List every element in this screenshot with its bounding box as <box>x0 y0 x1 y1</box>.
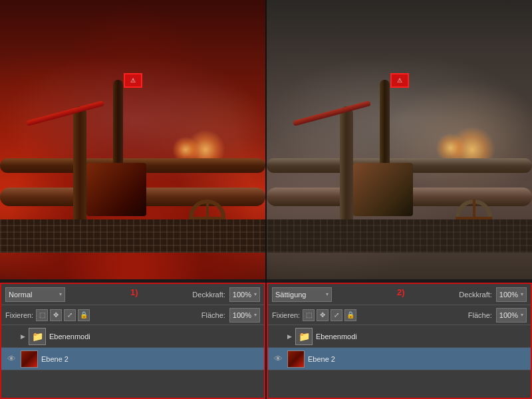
left-blend-mode-label: Normal <box>9 291 32 299</box>
right-layer-panel: Sättigung ▾ Deckkraft: 100% ▾ Fixieren: … <box>267 283 532 399</box>
right-flaeche-label: Fläche: <box>468 311 492 319</box>
left-blend-dropdown-arrow: ▾ <box>59 291 62 297</box>
left-lock-pos-btn[interactable]: ✥ <box>50 309 62 321</box>
left-flaeche-value[interactable]: 100% ▾ <box>229 308 260 323</box>
left-lock-move-btn[interactable]: ⤢ <box>64 309 76 321</box>
right-bg-scene <box>267 0 532 279</box>
left-lock-icons: ⬚ ✥ ⤢ 🔒 <box>36 309 90 321</box>
right-ebene2-thumb-inner <box>288 351 304 367</box>
right-fixieren-label: Fixieren: <box>272 311 300 319</box>
right-blend-dropdown-arrow: ▾ <box>326 291 329 297</box>
right-opacity-value[interactable]: 100% ▾ <box>496 287 527 302</box>
right-flaeche-arrow: ▾ <box>521 312 523 318</box>
right-folder-icon: 📁 <box>299 331 310 342</box>
right-group-name: Ebenenmodi <box>316 332 527 340</box>
left-eye-ebene2[interactable]: 👁 <box>5 353 17 365</box>
right-grating <box>267 219 532 253</box>
left-lock-pixel-btn[interactable]: ⬚ <box>36 309 48 321</box>
left-layer-group[interactable]: ▶ 📁 Ebenenmodi <box>1 325 264 348</box>
left-fixieren-label: Fixieren: <box>5 311 33 319</box>
right-fixieren-row: Fixieren: ⬚ ✥ ⤢ 🔒 Fläche: 100% ▾ <box>268 305 531 325</box>
left-flaeche-label: Fläche: <box>201 311 225 319</box>
left-ebene2-name: Ebene 2 <box>41 355 260 363</box>
left-opacity-arrow: ▾ <box>254 291 257 297</box>
left-valve-body <box>86 163 146 216</box>
right-group-thumb: 📁 <box>295 328 313 345</box>
left-layer-panel: Normal ▾ Deckkraft: 100% ▾ Fixieren: ⬚ ✥… <box>0 283 265 399</box>
right-panel: Sättigung ▾ Deckkraft: 100% ▾ Fixieren: … <box>267 0 532 399</box>
left-opacity-value[interactable]: 100% ▾ <box>229 287 260 302</box>
left-ebene2-thumb <box>21 350 38 368</box>
left-ebene2-thumb-inner <box>21 351 37 367</box>
left-bg-scene <box>0 0 265 279</box>
left-group-thumb: 📁 <box>29 328 46 345</box>
right-blend-mode-dropdown[interactable]: Sättigung ▾ <box>272 287 332 302</box>
left-eye-icon: 👁 <box>7 354 16 364</box>
left-lock-all-btn[interactable]: 🔒 <box>78 309 90 321</box>
left-panel: Normal ▾ Deckkraft: 100% ▾ Fixieren: ⬚ ✥… <box>0 0 265 399</box>
right-blend-mode-label: Sättigung <box>275 291 306 299</box>
right-layer-ebene2[interactable]: 👁 Ebene 2 <box>268 348 531 370</box>
right-lock-all-btn[interactable]: 🔒 <box>344 309 356 321</box>
right-ebene2-name: Ebene 2 <box>308 355 527 363</box>
right-lock-pixel-btn[interactable]: ⬚ <box>303 309 315 321</box>
right-layer-group[interactable]: ▶ 📁 Ebenenmodi <box>268 325 531 348</box>
left-eye-group[interactable] <box>5 331 17 342</box>
left-warning-sign <box>124 73 142 88</box>
left-blend-mode-dropdown[interactable]: Normal ▾ <box>5 287 65 302</box>
left-folder-icon: 📁 <box>32 331 43 342</box>
left-pipe-v1 <box>73 106 86 226</box>
right-opacity-arrow: ▾ <box>521 291 523 297</box>
right-eye-ebene2[interactable]: 👁 <box>272 353 284 365</box>
right-valve-body <box>353 163 413 216</box>
right-lock-icons: ⬚ ✥ ⤢ 🔒 <box>303 309 356 321</box>
left-opacity-label: Deckkraft: <box>192 291 225 299</box>
right-flaeche-value[interactable]: 100% ▾ <box>496 308 527 323</box>
right-warning-sign <box>390 73 409 88</box>
left-fixieren-row: Fixieren: ⬚ ✥ ⤢ 🔒 Fläche: 100% ▾ <box>1 305 264 325</box>
right-expand-group[interactable]: ▶ <box>287 333 292 340</box>
right-badge: 2) <box>397 287 405 297</box>
left-grating <box>0 219 265 253</box>
right-eye-group[interactable] <box>272 331 284 342</box>
main-container: Normal ▾ Deckkraft: 100% ▾ Fixieren: ⬚ ✥… <box>0 0 532 399</box>
right-lock-pos-btn[interactable]: ✥ <box>317 309 329 321</box>
left-expand-group[interactable]: ▶ <box>21 333 25 340</box>
left-flaeche-arrow: ▾ <box>254 312 257 318</box>
left-badge: 1) <box>130 287 138 297</box>
right-eye-icon: 👁 <box>274 354 283 364</box>
right-lock-move-btn[interactable]: ⤢ <box>331 309 342 321</box>
left-layer-ebene2[interactable]: 👁 Ebene 2 <box>1 348 264 370</box>
right-pipe-v1 <box>340 106 353 226</box>
left-group-name: Ebenenmodi <box>49 332 260 340</box>
right-ebene2-thumb <box>287 350 305 368</box>
right-opacity-label: Deckkraft: <box>459 291 492 299</box>
